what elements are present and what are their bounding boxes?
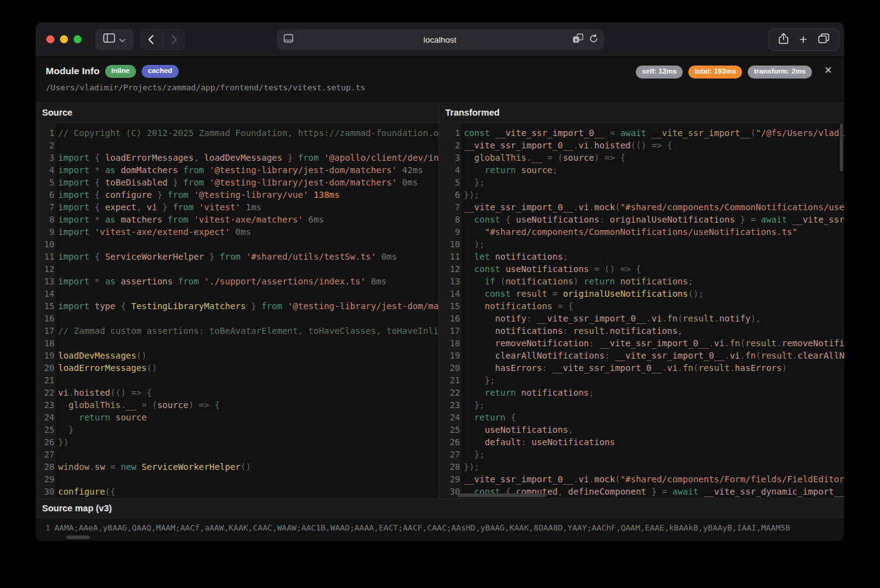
code-line: 9 "#shared/components/CommonNotification… xyxy=(439,226,844,238)
share-icon[interactable] xyxy=(779,33,788,47)
code-line: 17// Zammad custom assertions: toBeAvata… xyxy=(36,325,438,337)
code-line: 7__vite_ssr_import_0__.vi.mock("#shared/… xyxy=(439,201,844,213)
page-title: Module Info xyxy=(46,66,100,77)
code-line: 3 globalThis.__ = (source) => { xyxy=(439,151,844,164)
code-line: 18 xyxy=(36,337,438,349)
code-line: 15 notifications = { xyxy=(439,300,844,312)
code-line: 25 useNotifications, xyxy=(439,424,844,436)
svg-text:x: x xyxy=(575,37,578,43)
traffic-lights xyxy=(36,35,82,43)
code-line: 5 }; xyxy=(439,176,844,189)
code-line: 3import { loadErrorMessages, loadDevMess… xyxy=(36,151,438,164)
code-line: 14 xyxy=(36,288,438,300)
translate-icon[interactable]: x xyxy=(572,33,583,46)
code-line: 12 const useNotifications = () => { xyxy=(439,263,844,275)
code-line: 23 globalThis.__ = (source) => { xyxy=(36,399,438,411)
code-line: 8 const { useNotifications: originalUseN… xyxy=(439,213,844,226)
transformed-code-area[interactable]: 1const __vite_ssr_import_0__ = await __v… xyxy=(439,123,844,498)
zoom-window-button[interactable] xyxy=(74,35,82,43)
code-line: 19loadDevMessages() xyxy=(36,349,438,362)
code-line: 28window.sw = new ServiceWorkerHelper() xyxy=(36,461,438,473)
code-line: 20loadErrorMessages() xyxy=(36,362,438,374)
code-line: 15import type { TestingLibraryMatchers }… xyxy=(36,300,438,312)
code-line: 25 } xyxy=(36,424,438,436)
status-badge: cached xyxy=(142,65,179,78)
code-line: 20 hasErrors: __vite_ssr_import_0__.vi.f… xyxy=(439,362,844,374)
code-line: 6import { configure } from '@testing-lib… xyxy=(36,189,438,201)
code-line: 18 removeNotification: __vite_ssr_import… xyxy=(439,337,844,349)
back-button[interactable] xyxy=(140,29,163,50)
code-line: 19 clearAllNotifications: __vite_ssr_imp… xyxy=(439,349,844,362)
code-line: 27 }; xyxy=(439,448,844,461)
code-line: 14 const result = originalUseNotificatio… xyxy=(439,288,844,300)
code-line: 6}); xyxy=(439,189,844,201)
chevron-down-icon xyxy=(119,34,126,45)
sourcemap-section: Source map (v3) 1 AAMA;AAeA,yBAAG,QAAQ,M… xyxy=(36,498,844,541)
code-line: 22 return notifications; xyxy=(439,386,844,399)
code-line: 29 xyxy=(36,473,438,485)
code-line: 29__vite_ssr_import_0__.vi.mock("#shared… xyxy=(439,473,844,485)
sidebar-icon xyxy=(103,33,115,45)
sourcemap-content[interactable]: 1 AAMA;AAeA,yBAAG,QAAQ,MAAM;AACf,aAAW,KA… xyxy=(36,518,844,541)
browser-toolbar: localhost x + xyxy=(36,22,844,57)
module-info-header: Module Info inlinecached /Users/vladimir… xyxy=(36,57,844,103)
close-icon[interactable]: ✕ xyxy=(822,63,835,78)
timing-metrics: self: 12mstotal: 193mstransform: 2ms xyxy=(636,66,812,79)
forward-button[interactable] xyxy=(163,29,186,50)
module-path: /Users/vladimir/Projects/zammad/app/fron… xyxy=(46,83,834,92)
timing-badge: total: 193ms xyxy=(688,66,742,79)
code-line: 4import * as domMatchers from '@testing-… xyxy=(36,164,438,176)
status-badge: inline xyxy=(105,65,136,78)
close-window-button[interactable] xyxy=(46,35,54,43)
browser-window: localhost x + xyxy=(36,22,844,541)
source-panel: Source 1// Copyright (C) 2012-2025 Zamma… xyxy=(36,103,439,498)
module-badges: inlinecached xyxy=(105,65,179,78)
new-tab-button[interactable]: + xyxy=(800,33,807,46)
source-code-area[interactable]: 1// Copyright (C) 2012-2025 Zammad Found… xyxy=(36,123,438,498)
code-line: 10 xyxy=(36,238,438,250)
reload-icon[interactable] xyxy=(589,34,598,46)
horizontal-scrollbar-thumb[interactable] xyxy=(66,535,90,539)
code-line: 21 }; xyxy=(439,374,844,386)
code-line: 1const __vite_ssr_import_0__ = await __v… xyxy=(439,127,844,139)
timing-badge: transform: 2ms xyxy=(748,66,812,79)
code-line: 4 return source; xyxy=(439,164,844,176)
code-line: 26}) xyxy=(36,436,438,448)
sidebar-toggle-button[interactable] xyxy=(95,29,134,50)
vertical-scrollbar-thumb[interactable] xyxy=(840,124,843,171)
sourcemap-title: Source map (v3) xyxy=(36,498,844,518)
navigation-buttons xyxy=(140,29,186,50)
code-line: 1// Copyright (C) 2012-2025 Zammad Found… xyxy=(36,127,438,139)
code-line: 10 ); xyxy=(439,238,844,250)
url-text: localhost xyxy=(276,35,604,45)
code-line: 7import { expect, vi } from 'vitest' 1ms xyxy=(36,201,438,213)
code-line: 24 return { xyxy=(439,411,844,424)
transformed-panel: Transformed 1const __vite_ssr_import_0__… xyxy=(439,103,844,498)
sourcemap-mappings: AAMA;AAeA,yBAAG,QAAQ,MAAM;AACf,aAAW,KAAK… xyxy=(50,522,844,534)
address-bar[interactable]: localhost x xyxy=(276,29,604,50)
code-panels: Source 1// Copyright (C) 2012-2025 Zamma… xyxy=(36,103,844,498)
code-line: 11 let notifications; xyxy=(439,250,844,263)
timing-badge: self: 12ms xyxy=(636,66,683,79)
code-line: 13import * as assertions from './support… xyxy=(36,275,438,288)
horizontal-scrollbar-thumb[interactable] xyxy=(458,493,546,497)
toolbar-right-group: + xyxy=(769,28,839,51)
code-line: 27 xyxy=(36,448,438,461)
sourcemap-line-number: 1 xyxy=(36,522,50,534)
code-line: 22vi.hoisted(() => { xyxy=(36,386,438,399)
code-line: 24 return source xyxy=(36,411,438,424)
code-line: 23 }; xyxy=(439,399,844,411)
code-line: 13 if (notifications) return notificatio… xyxy=(439,275,844,288)
code-line: 26 default: useNotifications xyxy=(439,436,844,448)
code-line: 30configure({ xyxy=(36,485,438,498)
tab-overview-icon[interactable] xyxy=(818,33,829,46)
screen: localhost x + xyxy=(0,0,880,588)
transformed-panel-title: Transformed xyxy=(439,103,844,123)
code-line: 16 xyxy=(36,312,438,325)
code-line: 5import { toBeDisabled } from '@testing-… xyxy=(36,176,438,189)
minimize-window-button[interactable] xyxy=(60,35,68,43)
code-line: 12 xyxy=(36,263,438,275)
code-line: 11import { ServiceWorkerHelper } from '#… xyxy=(36,250,438,263)
code-line: 8import * as matchers from 'vitest-axe/m… xyxy=(36,213,438,226)
code-line: 17 notifications: result.notifications, xyxy=(439,325,844,337)
